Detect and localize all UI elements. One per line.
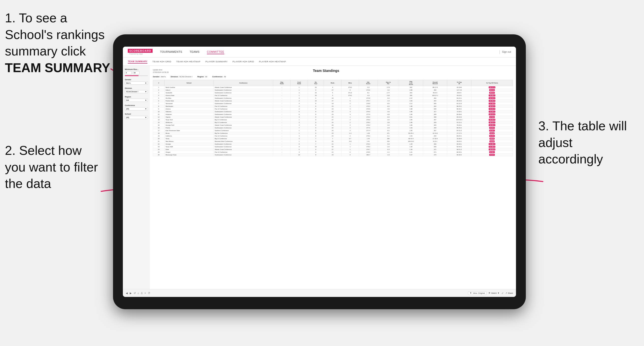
table-cell: 274.2 bbox=[341, 94, 359, 97]
filter-gender-dropdown[interactable]: Men's ▼ bbox=[125, 81, 148, 85]
nav-tournaments[interactable]: TOURNAMENTS bbox=[160, 50, 182, 54]
filter-min-input[interactable]: 4 bbox=[125, 71, 132, 74]
table-cell: 1.44 bbox=[359, 137, 378, 140]
table-row: 19CaliforniaPac-12 Conference-48242278.2… bbox=[153, 135, 513, 137]
table-cell: Southeastern Conference bbox=[214, 110, 273, 113]
table-cell: 27 bbox=[324, 148, 341, 151]
table-cell: Georgia Tech bbox=[164, 124, 214, 126]
table-cell: 4 bbox=[290, 102, 308, 105]
table-cell: 268 bbox=[423, 108, 447, 110]
tab-player-summary[interactable]: PLAYER SUMMARY bbox=[206, 60, 228, 63]
table-cell: 4 bbox=[324, 94, 341, 97]
table-cell: 95-29-2 bbox=[447, 99, 471, 102]
view-original-button[interactable]: 👁 View: Original bbox=[468, 291, 486, 295]
table-cell: 262 bbox=[399, 86, 423, 89]
table-cell: Texas Tech bbox=[164, 118, 214, 121]
table-cell: 60-39-2 bbox=[447, 153, 471, 156]
plus-icon[interactable]: + bbox=[144, 292, 146, 295]
tab-team-summary[interactable]: TEAM SUMMARY bbox=[128, 60, 148, 64]
table-cell: - bbox=[273, 94, 290, 97]
share-icon-bottom[interactable]: ⎙ bbox=[141, 292, 142, 295]
share-button[interactable]: ↗ Share bbox=[506, 292, 513, 294]
ranking-slider[interactable] bbox=[125, 75, 148, 76]
table-cell: 8 bbox=[308, 132, 324, 135]
table-cell: 2 bbox=[341, 118, 359, 121]
table-cell: - bbox=[273, 126, 290, 129]
table-cell: - bbox=[273, 145, 290, 148]
table-cell: 0 bbox=[341, 151, 359, 153]
logo-powered: Powered by clippi bbox=[128, 53, 152, 55]
table-cell: - bbox=[273, 99, 290, 102]
nav-teams[interactable]: TEAMS bbox=[190, 50, 200, 54]
refresh-icon[interactable]: ↺ bbox=[134, 292, 136, 295]
table-cell: Atlantic Coast Conference bbox=[214, 86, 273, 89]
table-cell: 2 bbox=[290, 121, 308, 124]
nav-bar: SCOREBOARD Powered by clippi TOURNAMENTS… bbox=[123, 47, 516, 57]
tab-team-h2h-grid[interactable]: TEAM H2H GRID bbox=[152, 60, 171, 63]
expand-icon[interactable]: ⤢ bbox=[502, 292, 504, 295]
table-cell: 1.85 bbox=[399, 124, 423, 126]
table-cell: 23 bbox=[324, 105, 341, 108]
table-row: 26Mississippi StateSoutheastern Conferen… bbox=[153, 153, 513, 156]
table-cell: Auburn bbox=[164, 89, 214, 91]
table-cell: - bbox=[273, 140, 290, 143]
table-cell: 23 bbox=[324, 108, 341, 110]
table-cell: 72-30-1 bbox=[447, 110, 471, 113]
table-cell: 61-21-0 bbox=[447, 102, 471, 105]
table-cell: 27 bbox=[324, 99, 341, 102]
filter-school-dropdown[interactable]: (All) ▼ bbox=[125, 116, 148, 119]
logo-area: SCOREBOARD Powered by clippi bbox=[128, 49, 152, 55]
table-cell: 269 bbox=[378, 137, 399, 140]
nav-sign-out[interactable]: Sign out bbox=[502, 50, 511, 53]
table-cell: 1 bbox=[290, 118, 308, 121]
filter-region-dropdown[interactable]: N/A ▼ bbox=[125, 99, 148, 102]
table-cell: Big 12 Conference bbox=[214, 121, 273, 124]
table-cell: 5 bbox=[341, 99, 359, 102]
back-icon[interactable]: ◀ bbox=[126, 292, 128, 295]
home-icon[interactable]: ⌂ bbox=[138, 292, 139, 295]
table-cell: 13-24-1 bbox=[471, 110, 513, 113]
tab-player-h2h-grid[interactable]: PLAYER H2H GRID bbox=[232, 60, 254, 63]
table-cell: 276.3 bbox=[359, 116, 378, 118]
table-cell: 23 bbox=[324, 132, 341, 135]
table-cell: - bbox=[273, 86, 290, 89]
table-cell: 8 bbox=[308, 153, 324, 156]
watch-button[interactable]: 👁 Watch ▼ bbox=[488, 292, 499, 294]
tab-team-h2h-heatmap[interactable]: TEAM H2H HEATMAP bbox=[176, 60, 200, 63]
table-cell: 9 bbox=[153, 108, 164, 110]
table-cell: 273.5 bbox=[341, 86, 359, 89]
nav-committee[interactable]: COMMITTEE bbox=[207, 50, 224, 54]
table-cell: Texas bbox=[164, 137, 214, 140]
filter-conference-dropdown[interactable]: (All) ▼ bbox=[125, 107, 148, 110]
table-cell: Atlantic Coast Conference bbox=[214, 124, 273, 126]
table-cell: Florida State bbox=[164, 99, 214, 102]
clock-icon[interactable]: ⏱ bbox=[148, 292, 150, 295]
table-cell: Tennessee bbox=[164, 102, 214, 105]
table-cell: 8-14-0 bbox=[471, 135, 513, 137]
filter-division-dropdown[interactable]: NCAA Division I ▼ bbox=[125, 90, 148, 93]
table-cell: 8 bbox=[308, 105, 324, 108]
chevron-down-icon-3: ▼ bbox=[145, 99, 147, 101]
table-cell: - bbox=[273, 91, 290, 94]
table-cell: 266 bbox=[423, 143, 447, 145]
table-cell: Southeastern Conference bbox=[214, 89, 273, 91]
forward-icon[interactable]: ▶ bbox=[130, 292, 132, 295]
table-cell: Georgia bbox=[164, 143, 214, 145]
filter-max-input[interactable]: 30 bbox=[133, 71, 140, 74]
table-cell: 104-42-3 bbox=[447, 118, 471, 121]
table-area: Update time: 27/03/2024 16:56:26 Team St… bbox=[150, 66, 516, 289]
table-cell: -9.5 bbox=[378, 102, 399, 105]
table-row: 15Georgia TechAtlantic Coast Conference-… bbox=[153, 124, 513, 126]
table-cell: 267 bbox=[423, 129, 447, 132]
table-cell: - bbox=[273, 153, 290, 156]
tab-player-h2h-heatmap[interactable]: PLAYER H2H HEATMAP bbox=[259, 60, 286, 63]
filter-school: School (All) ▼ bbox=[125, 113, 148, 119]
table-cell: 276.9 bbox=[359, 108, 378, 110]
table-cell: 16 bbox=[153, 126, 164, 129]
table-cell: 8 bbox=[308, 110, 324, 113]
col-avg-to-par: Avg. toPar bbox=[378, 80, 399, 86]
table-cell: - bbox=[273, 116, 290, 118]
table-cell: 1.28 bbox=[399, 143, 423, 145]
table-cell: -2.9 bbox=[378, 126, 399, 129]
table-cell: 276.2 bbox=[359, 124, 378, 126]
